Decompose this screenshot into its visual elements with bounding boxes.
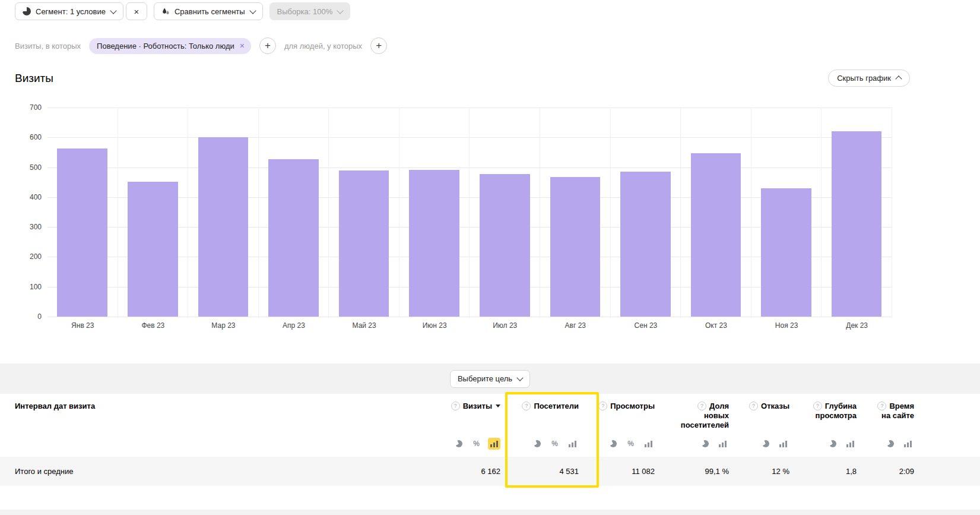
pie-chart-toggle[interactable]	[531, 438, 543, 450]
bar-chart-toggle[interactable]	[716, 438, 729, 450]
bar-group	[118, 108, 189, 317]
percent-toggle[interactable]: %	[548, 438, 561, 450]
totals-row-label: Итого и средние	[15, 467, 441, 476]
totals-value-bounce-rate: 12 %	[729, 467, 789, 476]
help-icon[interactable]: ?	[877, 402, 886, 410]
metric-header-page-depth: ?Глубина просмотра	[789, 394, 857, 457]
people-filter-label: для людей, у которых	[284, 42, 362, 50]
bar-chart-icon	[846, 441, 854, 447]
metric-header-new-visitors-share: ?Доля новых посетителей	[655, 394, 729, 457]
chart-bars	[47, 108, 892, 317]
bar-chart-toggle[interactable]	[566, 438, 579, 450]
metric-label[interactable]: Визиты	[463, 402, 492, 410]
pie-chart-toggle[interactable]	[884, 438, 896, 450]
pie-chart-toggle[interactable]	[452, 438, 465, 450]
pie-chart-toggle[interactable]	[699, 438, 711, 450]
hide-chart-button[interactable]: Скрыть график	[828, 69, 910, 87]
bar[interactable]	[480, 174, 530, 317]
chip-remove-icon[interactable]: ×	[240, 42, 245, 50]
sampling-label: Выборка: 100%	[277, 7, 333, 16]
totals-value-visits: 6 162	[441, 467, 500, 476]
help-icon[interactable]: ?	[598, 402, 607, 410]
y-axis-tick-label: 500	[30, 163, 42, 172]
gridline	[47, 317, 892, 317]
pie-chart-icon	[702, 440, 709, 447]
add-visit-condition-button[interactable]: +	[259, 37, 276, 54]
help-icon[interactable]: ?	[522, 402, 531, 410]
x-axis-tick-label: Окт 23	[681, 321, 751, 330]
bar-group	[681, 108, 751, 317]
pie-chart-toggle[interactable]	[607, 438, 619, 450]
plus-icon: +	[376, 40, 382, 52]
bar[interactable]	[268, 159, 319, 317]
bar-chart-icon	[779, 441, 787, 447]
bar-chart-toggle[interactable]	[642, 438, 655, 450]
bar-chart-toggle[interactable]	[488, 438, 500, 450]
bar-chart-toggle[interactable]	[844, 438, 857, 450]
totals-value-visitors: 4 531	[500, 467, 579, 476]
display-mode-toggles	[759, 438, 789, 450]
bar-chart-toggle[interactable]	[777, 438, 789, 450]
metric-header-time-on-site: ?Время на сайте	[857, 394, 914, 457]
compare-segments-button[interactable]: Сравнить сегменты	[154, 2, 263, 20]
pie-chart-icon	[829, 440, 836, 447]
x-axis-tick-label: Мар 23	[188, 321, 259, 330]
bar[interactable]	[691, 153, 741, 317]
segment-dropdown-button[interactable]: Сегмент: 1 условие	[15, 2, 123, 20]
bar-chart-toggle[interactable]	[902, 438, 914, 450]
metric-header-bounce-rate: ?Отказы	[729, 394, 789, 457]
segment-condition-chip[interactable]: Поведение · Роботность: Только люди ×	[89, 38, 251, 54]
clear-segment-button[interactable]: ×	[126, 2, 147, 20]
metric-label[interactable]: Посетители	[534, 402, 579, 410]
goal-select-label: Выберите цель	[458, 374, 512, 383]
bar[interactable]	[198, 137, 249, 317]
table-totals-row: Итого и средние 6 1624 53111 08299,1 %12…	[0, 457, 980, 486]
bar[interactable]	[128, 182, 178, 317]
percent-toggle[interactable]: %	[624, 438, 637, 450]
add-people-condition-button[interactable]: +	[370, 37, 387, 54]
chart-header: Визиты Скрыть график	[15, 69, 910, 87]
chevron-down-icon	[337, 7, 344, 14]
bar[interactable]	[550, 177, 601, 317]
hide-chart-label: Скрыть график	[837, 74, 891, 83]
totals-value-time-on-site: 2:09	[857, 467, 914, 476]
metrica-report-page: Сегмент: 1 условие × Сравнить сегменты В…	[0, 0, 980, 515]
bar-group	[259, 108, 329, 317]
percent-toggle[interactable]: %	[470, 438, 483, 450]
page-title: Визиты	[15, 72, 53, 85]
x-axis-tick-label: Июл 23	[470, 321, 540, 330]
help-icon[interactable]: ?	[813, 402, 822, 410]
pie-chart-icon	[610, 440, 617, 447]
chart-y-axis: 0100200300400500600700	[15, 108, 47, 317]
help-icon[interactable]: ?	[697, 402, 706, 410]
chart-plot-wrap: Янв 23Фев 23Мар 23Апр 23Май 23Июн 23Июл …	[47, 108, 892, 330]
x-axis-tick-label: Ноя 23	[751, 321, 822, 330]
bar[interactable]	[339, 170, 389, 317]
pie-chart-toggle[interactable]	[826, 438, 839, 450]
chart-x-labels: Янв 23Фев 23Мар 23Апр 23Май 23Июн 23Июл …	[47, 317, 892, 330]
help-icon[interactable]: ?	[451, 402, 460, 410]
display-mode-toggles: %	[452, 438, 500, 450]
bar[interactable]	[832, 131, 882, 317]
bar-group	[822, 108, 892, 317]
chevron-down-icon	[516, 374, 523, 381]
metric-label[interactable]: Время на сайте	[881, 402, 914, 420]
metric-label[interactable]: Отказы	[761, 402, 789, 410]
y-axis-tick-label: 400	[30, 193, 42, 201]
sampling-dropdown-button[interactable]: Выборка: 100%	[269, 2, 351, 20]
bar[interactable]	[409, 170, 459, 317]
y-axis-tick-label: 0	[37, 312, 42, 321]
metric-label[interactable]: Просмотры	[610, 402, 655, 410]
bar[interactable]	[57, 149, 107, 317]
goal-select-button[interactable]: Выберите цель	[450, 370, 530, 388]
metric-label-line: ?Глубина просмотра	[813, 402, 857, 421]
bar[interactable]	[620, 172, 671, 317]
y-axis-tick-label: 200	[30, 252, 42, 261]
visits-filter-label: Визиты, в которых	[15, 42, 81, 50]
help-icon[interactable]: ?	[749, 402, 758, 410]
pie-chart-toggle[interactable]	[759, 438, 772, 450]
y-axis-tick-label: 100	[30, 283, 42, 291]
bar[interactable]	[761, 188, 811, 317]
chevron-down-icon	[249, 7, 256, 14]
sort-desc-icon[interactable]	[496, 405, 500, 407]
